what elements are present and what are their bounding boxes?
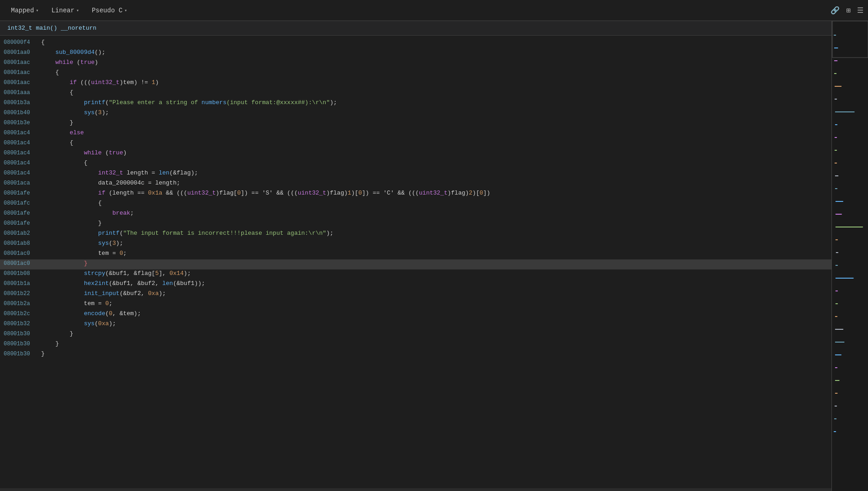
addr-cell: 08001afe [0, 220, 41, 227]
addr-cell: 08001aa0 [0, 49, 41, 56]
table-row: 08001aaa { [0, 89, 831, 99]
addr-cell: 08001b40 [0, 110, 41, 116]
addr-cell: 08001aca [0, 180, 41, 186]
table-row: 08001b32 sys(0xa); [0, 320, 831, 330]
addr-cell: 08001aaa [0, 90, 41, 96]
code-area[interactable]: 080000f4{08001aa0 sub_80009d4();08001aac… [0, 36, 831, 488]
addr-cell: 08001b22 [0, 290, 41, 297]
code-cell: strcpy(&buf1, &flag[5], 0x14); [41, 270, 831, 277]
code-cell: { [41, 139, 831, 146]
link-icon[interactable]: 🔗 [831, 6, 840, 15]
func-signature: int32_t main() __noreturn [7, 25, 96, 32]
table-row: 08001ac4 { [0, 139, 831, 149]
code-cell: { [41, 159, 831, 166]
addr-cell: 080000f4 [0, 39, 41, 46]
addr-cell: 08001b3a [0, 100, 41, 106]
code-cell: } [41, 350, 831, 357]
code-cell: while (true) [41, 149, 831, 156]
code-cell: { [41, 200, 831, 206]
addr-cell: 08001ac0 [0, 250, 41, 257]
table-row: 08001b22 init_input(&buf2, 0xa); [0, 290, 831, 300]
layout-icon[interactable]: ⊞ [846, 6, 851, 15]
table-row: 08001b30 } [0, 330, 831, 340]
code-cell: } [41, 119, 831, 126]
code-cell: if (((uint32_t)tem) != 1) [41, 79, 831, 86]
addr-cell: 08001aac [0, 69, 41, 76]
table-row: 08001b2a tem = 0; [0, 300, 831, 310]
code-cell: sys(3); [41, 240, 831, 247]
table-row: 08001afc { [0, 199, 831, 209]
tab-linear-arrow: ▾ [76, 8, 79, 13]
table-row: 08001aca data_2000004c = length; [0, 179, 831, 189]
addr-cell: 08001ac4 [0, 130, 41, 136]
addr-cell: 08001b3e [0, 120, 41, 126]
table-row: 08001b2c encode(0, &tem); [0, 310, 831, 320]
code-cell: sub_80009d4(); [41, 49, 831, 56]
code-cell: } [41, 260, 831, 267]
addr-cell: 08001b2c [0, 311, 41, 317]
addr-cell: 08001afe [0, 190, 41, 196]
tab-pseudoc-arrow: ▾ [124, 8, 127, 13]
func-signature-bar: int32_t main() __noreturn [0, 21, 868, 36]
code-cell: printf("The input format is incorrect!!!… [41, 230, 831, 237]
table-row: 08001aac while (true) [0, 58, 831, 69]
code-cell: break; [41, 210, 831, 216]
table-row: 08001ac4 else [0, 129, 831, 139]
table-row: 08001aac if (((uint32_t)tem) != 1) [0, 79, 831, 89]
tab-pseudoc[interactable]: Pseudo C ▾ [85, 4, 133, 17]
toolbar: Mapped ▾ Linear ▾ Pseudo C ▾ 🔗 ⊞ ☰ [0, 0, 868, 21]
table-row: 08001b40 sys(3); [0, 109, 831, 119]
addr-cell: 08001ab8 [0, 240, 41, 247]
code-cell: } [41, 330, 831, 337]
table-row: 08001b3e } [0, 119, 831, 129]
code-cell: data_2000004c = length; [41, 180, 831, 186]
table-row: 08001ac4 int32_t length = len(&flag); [0, 169, 831, 179]
tab-mapped[interactable]: Mapped ▾ [5, 4, 45, 17]
tab-linear-label: Linear [51, 7, 74, 14]
table-row: 08001ab8 sys(3); [0, 239, 831, 249]
code-cell: sys(3); [41, 109, 831, 116]
menu-icon[interactable]: ☰ [857, 6, 863, 15]
table-row: 08001b08 strcpy(&buf1, &flag[5], 0x14); [0, 269, 831, 280]
code-cell: { [41, 89, 831, 96]
code-cell: encode(0, &tem); [41, 310, 831, 317]
addr-cell: 08001b30 [0, 331, 41, 337]
table-row: 08001ac0 tem = 0; [0, 249, 831, 259]
table-row: 08001ac4 { [0, 159, 831, 169]
code-cell: hex2int(&buf1, &buf2, len(&buf1)); [41, 280, 831, 287]
tab-linear[interactable]: Linear ▾ [45, 4, 85, 17]
addr-cell: 08001ac0 [0, 260, 41, 267]
table-row: 08001afe } [0, 219, 831, 229]
code-cell: while (true) [41, 59, 831, 66]
addr-cell: 08001ac4 [0, 170, 41, 176]
addr-cell: 08001afe [0, 210, 41, 216]
addr-cell: 08001ac4 [0, 150, 41, 156]
addr-cell: 08001aac [0, 79, 41, 86]
addr-cell: 08001afc [0, 200, 41, 206]
table-row: 08001afe break; [0, 209, 831, 219]
code-cell: else [41, 129, 831, 136]
code-cell: } [41, 220, 831, 227]
addr-cell: 08001ab2 [0, 230, 41, 237]
addr-cell: 08001b30 [0, 341, 41, 347]
code-cell: tem = 0; [41, 250, 831, 257]
code-cell: { [41, 39, 831, 46]
addr-cell: 08001b30 [0, 351, 41, 357]
code-cell: init_input(&buf2, 0xa); [41, 290, 831, 297]
table-row: 08001ac0 } [0, 259, 831, 269]
table-row: 08001aa0 sub_80009d4(); [0, 48, 831, 58]
tab-mapped-arrow: ▾ [36, 8, 38, 13]
table-row: 08001b3a printf("Please enter a string o… [0, 99, 831, 109]
code-cell: tem = 0; [41, 300, 831, 307]
table-row: 08001ab2 printf("The input format is inc… [0, 229, 831, 239]
code-cell: } [41, 340, 831, 347]
code-cell: printf("Please enter a string of numbers… [41, 99, 831, 106]
addr-cell: 08001ac4 [0, 140, 41, 146]
table-row: 08001b30 } [0, 340, 831, 350]
table-row: 08001b1a hex2int(&buf1, &buf2, len(&buf1… [0, 280, 831, 290]
addr-cell: 08001b1a [0, 280, 41, 287]
table-row: 080000f4{ [0, 38, 831, 48]
toolbar-icons: 🔗 ⊞ ☰ [831, 6, 863, 15]
code-cell: sys(0xa); [41, 320, 831, 327]
code-cell: if (length == 0x1a && (((uint32_t)flag[0… [41, 190, 831, 196]
